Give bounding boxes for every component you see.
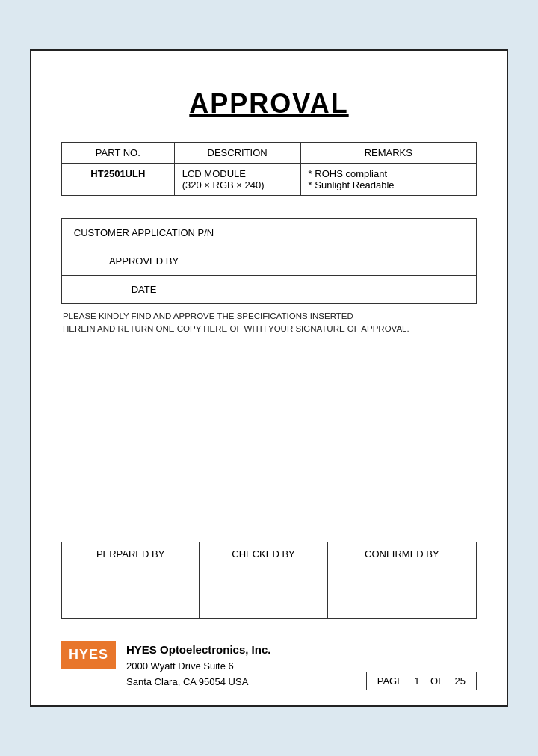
company-name: HYES Optoelectronics, Inc. [126, 641, 270, 659]
customer-table: CUSTOMER APPLICATION P/N APPROVED BY DAT… [61, 218, 477, 304]
signature-table: PERPARED BY CHECKED BY CONFIRMED BY [61, 542, 477, 619]
approved-by-value [226, 247, 477, 276]
title-section: APPROVAL [61, 88, 477, 120]
company-address-line1: 2000 Wyatt Drive Suite 6 [126, 659, 270, 675]
document-page: APPROVAL PART NO. DESCRITION REMARKS HT2… [30, 49, 508, 707]
sig-header-confirmed: CONFIRMED BY [327, 542, 476, 566]
page-total: 25 [455, 675, 466, 687]
page-label: PAGE [377, 675, 404, 687]
company-logo: HYES [61, 641, 116, 669]
page-number-box: PAGE 1 OF 25 [366, 672, 477, 690]
page-current: 1 [414, 675, 419, 687]
company-info: HYES Optoelectronics, Inc. 2000 Wyatt Dr… [126, 641, 270, 690]
part-description: LCD MODULE (320 × RGB × 240) [174, 164, 300, 196]
page-of-label: OF [430, 675, 444, 687]
customer-app-value [226, 219, 477, 247]
col-header-desc: DESCRITION [174, 143, 300, 164]
main-title: APPROVAL [61, 88, 477, 120]
company-address-line2: Santa Clara, CA 95054 USA [126, 675, 270, 690]
sig-prepared-cell [62, 566, 200, 619]
date-label: DATE [62, 276, 226, 304]
customer-app-label: CUSTOMER APPLICATION P/N [62, 219, 226, 247]
date-value [226, 276, 477, 304]
parts-table: PART NO. DESCRITION REMARKS HT2501ULH LC… [61, 142, 477, 196]
approved-by-label: APPROVED BY [62, 247, 226, 276]
sig-checked-cell [200, 566, 327, 619]
notice-text: PLEASE KINDLY FIND AND APPROVE THE SPECI… [61, 310, 477, 336]
part-no-value: HT2501ULH [62, 164, 175, 196]
col-header-partno: PART NO. [62, 143, 175, 164]
sig-header-checked: CHECKED BY [200, 542, 327, 566]
sig-confirmed-cell [327, 566, 476, 619]
sig-header-prepared: PERPARED BY [62, 542, 200, 566]
part-remarks: * ROHS compliant * Sunlight Readable [300, 164, 476, 196]
col-header-remarks: REMARKS [300, 143, 476, 164]
